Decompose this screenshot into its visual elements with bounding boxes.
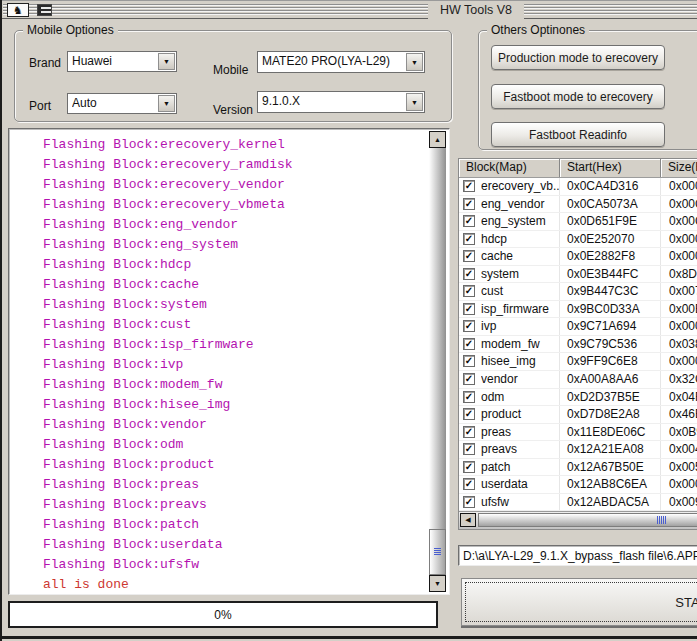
fastboot-readinfo-button[interactable]: Fastboot Readinfo — [491, 122, 665, 147]
row-checkbox[interactable]: ✓ — [463, 268, 475, 280]
log-line: Flashing Block:ivp — [9, 355, 427, 375]
block-name: isp_firmware — [481, 301, 559, 318]
scrollbar-thumb[interactable] — [478, 513, 697, 527]
log-line: Flashing Block:hdcp — [9, 255, 427, 275]
port-select[interactable]: Auto ▼ — [67, 93, 177, 114]
table-horizontal-scrollbar[interactable]: ◀ — [459, 511, 697, 529]
row-checkbox[interactable]: ✓ — [463, 180, 475, 192]
flash-file-path-input[interactable] — [458, 545, 697, 566]
row-checkbox[interactable]: ✓ — [463, 355, 475, 367]
window-bottom-border — [0, 636, 697, 639]
production-mode-to-erecovery-button[interactable]: Production mode to erecovery — [491, 45, 665, 70]
chevron-down-icon: ▼ — [163, 58, 170, 65]
table-row[interactable]: ✓vendor0xA00A8AA60x32C8 — [459, 371, 697, 389]
thumb-grip-icon — [434, 548, 441, 556]
mobile-dropdown-button[interactable]: ▼ — [406, 53, 423, 71]
block-name: odm — [481, 389, 559, 406]
row-checkbox[interactable]: ✓ — [463, 426, 475, 438]
table-row[interactable]: ✓patch0x12A67B50E0x0051 — [459, 459, 697, 477]
block-size: 0x0000 — [669, 178, 697, 195]
table-row[interactable]: ✓hdcp0x0E2520700x0003 — [459, 231, 697, 249]
block-start: 0xD7D8E2A8 — [567, 406, 640, 423]
notes-icon[interactable] — [37, 4, 52, 16]
row-checkbox[interactable]: ✓ — [463, 496, 475, 508]
table-row[interactable]: ✓isp_firmware0x9BC0D33A0x00B0 — [459, 301, 697, 319]
row-checkbox[interactable]: ✓ — [463, 408, 475, 420]
row-checkbox[interactable]: ✓ — [463, 461, 475, 473]
table-row[interactable]: ✓eng_system0x0D651F9E0x00C0 — [459, 213, 697, 231]
table-row[interactable]: ✓preavs0x12A21EA080x0045 — [459, 441, 697, 459]
table-row[interactable]: ✓hisee_img0x9FF9C6E80x0004 — [459, 353, 697, 371]
log-line: Flashing Block:preavs — [9, 495, 427, 515]
row-checkbox[interactable]: ✓ — [463, 285, 475, 297]
table-row[interactable]: ✓eng_vendor0x0CA5073A0x00C0 — [459, 196, 697, 214]
log-vertical-scrollbar[interactable]: ▲ ▼ — [429, 131, 446, 592]
block-size: 0x0001 — [669, 248, 697, 265]
row-checkbox[interactable]: ✓ — [463, 303, 475, 315]
fastboot-mode-to-erecovery-button[interactable]: Fastboot mode to erecovery — [491, 84, 665, 109]
table-row[interactable]: ✓odm0xD2D37B5E0x04F0 — [459, 389, 697, 407]
flash-log-output: Flashing Block:erecovery_kernel Flashing… — [8, 128, 450, 595]
row-checkbox[interactable]: ✓ — [463, 373, 475, 385]
log-line: Flashing Block:cust — [9, 315, 427, 335]
row-checkbox[interactable]: ✓ — [463, 250, 475, 262]
table-row[interactable]: ✓userdata0x12AB8C6EA0x0004 — [459, 476, 697, 494]
row-checkbox[interactable]: ✓ — [463, 198, 475, 210]
start-button[interactable]: START — [461, 578, 697, 626]
row-checkbox[interactable]: ✓ — [463, 391, 475, 403]
progress-bar: 0% — [8, 601, 438, 628]
table-row[interactable]: ✓product0xD7D8E2A80x46B1 — [459, 406, 697, 424]
chevron-down-icon: ▼ — [163, 100, 170, 107]
log-line: Flashing Block:patch — [9, 515, 427, 535]
block-name: preas — [481, 424, 559, 441]
brand-label: Brand — [29, 56, 61, 70]
table-row[interactable]: ✓erecovery_vb...0x0CA4D3160x0000 — [459, 178, 697, 196]
row-checkbox[interactable]: ✓ — [463, 338, 475, 350]
scroll-left-button[interactable]: ◀ — [460, 513, 476, 527]
table-row[interactable]: ✓preas0x11E8DE06C0x0B94 — [459, 424, 697, 442]
mobile-options-group: Mobile Optiones Brand Huawei ▼ Port Auto… — [14, 30, 452, 122]
block-start: 0xA00A8AA6 — [567, 371, 638, 388]
block-name: preavs — [481, 441, 559, 458]
block-start: 0x9C79C536 — [567, 336, 637, 353]
table-header: Block(Map) Start(Hex) Size(Hex) — [459, 159, 697, 178]
block-size: 0x04F0 — [669, 389, 697, 406]
table-row[interactable]: ✓cust0x9B447C3C0x0070 — [459, 283, 697, 301]
version-dropdown-button[interactable]: ▼ — [406, 93, 423, 111]
table-row[interactable]: ✓cache0x0E2882F80x0001 — [459, 248, 697, 266]
chevron-down-icon: ▼ — [411, 59, 418, 66]
mobile-options-group-title: Mobile Optiones — [23, 23, 118, 37]
arrow-up-icon: ▲ — [434, 136, 441, 143]
table-row[interactable]: ✓system0x0E3B44FC0x8D0 — [459, 266, 697, 284]
row-checkbox[interactable]: ✓ — [463, 443, 475, 455]
scroll-down-button[interactable]: ▼ — [429, 575, 446, 592]
block-name: patch — [481, 459, 559, 476]
table-row[interactable]: ✓modem_fw0x9C79C5360x0380 — [459, 336, 697, 354]
row-checkbox[interactable]: ✓ — [463, 233, 475, 245]
brand-select[interactable]: Huawei ▼ — [67, 51, 177, 72]
window-title: HW Tools V8 — [428, 1, 524, 19]
block-name: eng_vendor — [481, 196, 559, 213]
row-checkbox[interactable]: ✓ — [463, 320, 475, 332]
log-line: Flashing Block:erecovery_kernel — [9, 135, 427, 155]
scroll-up-button[interactable]: ▲ — [429, 131, 446, 148]
block-name: product — [481, 406, 559, 423]
table-row[interactable]: ✓ivp0x9C71A6940x0007 — [459, 318, 697, 336]
app-logo-icon[interactable]: ♞ — [7, 3, 29, 17]
version-select[interactable]: 9.1.0.X ▼ — [257, 91, 425, 113]
block-size: 0x8D0 — [669, 266, 697, 283]
block-name: userdata — [481, 476, 559, 493]
row-checkbox[interactable]: ✓ — [463, 215, 475, 227]
row-checkbox[interactable]: ✓ — [463, 478, 475, 490]
port-dropdown-button[interactable]: ▼ — [158, 95, 175, 112]
brand-dropdown-button[interactable]: ▼ — [158, 53, 175, 70]
table-row[interactable]: ✓ufsfw0x12ABDAC5A0x0090 — [459, 494, 697, 512]
block-start: 0x0E252070 — [567, 231, 634, 248]
log-done-line: all is done — [9, 575, 427, 595]
arrow-down-icon: ▼ — [434, 580, 441, 587]
scrollbar-thumb[interactable] — [429, 529, 446, 575]
port-label: Port — [29, 99, 51, 113]
mobile-select[interactable]: MATE20 PRO(LYA-L29) ▼ — [257, 51, 425, 73]
block-size: 0x0B94 — [669, 424, 697, 441]
block-size: 0x0003 — [669, 231, 697, 248]
